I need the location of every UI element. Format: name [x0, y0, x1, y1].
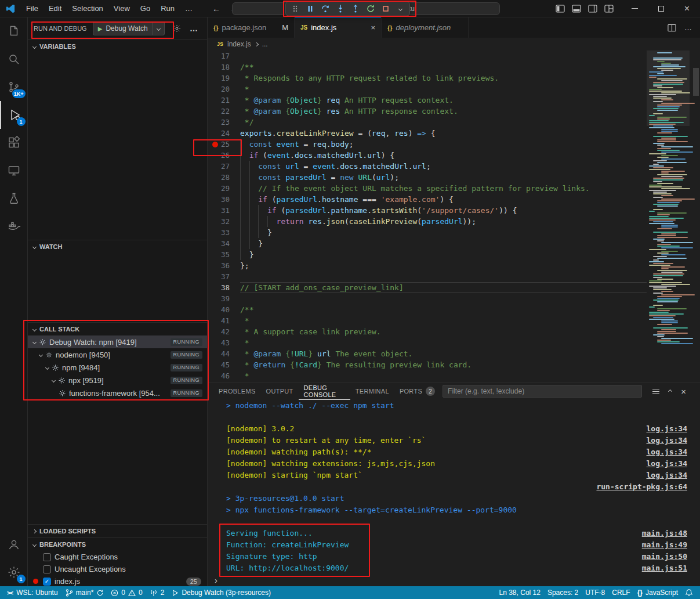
encoding-status[interactable]: UTF-8 — [582, 586, 608, 599]
line-number-gutter[interactable]: 24 — [208, 128, 240, 139]
call-stack-session[interactable]: functions-framework [954...RUNNING — [28, 387, 207, 399]
panel-tab-ports[interactable]: PORTS2 — [394, 383, 440, 400]
code-text[interactable] — [240, 293, 647, 304]
chevron-down-icon[interactable] — [45, 365, 49, 369]
activity-extensions[interactable] — [0, 129, 28, 157]
forwarded-ports-status[interactable]: 2 — [146, 586, 168, 599]
back-arrow-icon[interactable]: ← — [212, 4, 220, 13]
menu-item-view[interactable]: View — [109, 2, 135, 15]
code-text[interactable]: // If the event object URL matches a spe… — [240, 183, 647, 194]
tab-index.js[interactable]: JSindex.js× — [295, 17, 382, 38]
source-link[interactable]: main.js:51 — [642, 562, 687, 573]
checkbox[interactable]: ✓ — [43, 578, 51, 586]
activity-remote-explorer[interactable] — [0, 157, 28, 185]
code-text[interactable]: } — [240, 227, 647, 238]
maximize-button[interactable] — [648, 0, 674, 17]
chevron-down-icon[interactable] — [52, 378, 56, 382]
code-text[interactable]: if (parsedUrl.pathname.startsWith('/supp… — [240, 205, 647, 216]
code-text[interactable]: } — [240, 238, 647, 249]
customize-layout-button[interactable] — [604, 5, 614, 13]
line-number-gutter[interactable]: 38 — [208, 282, 240, 293]
tab-package.json[interactable]: {}package.jsonM — [208, 17, 295, 38]
activity-run-and-debug[interactable]: 1 — [0, 101, 28, 129]
close-button[interactable]: × — [674, 0, 700, 17]
call-stack-session[interactable]: Debug Watch: npm [9419]RUNNING — [28, 335, 207, 348]
line-number-gutter[interactable]: 40 — [208, 304, 240, 315]
line-number-gutter[interactable]: 21 — [208, 95, 240, 106]
breakpoint-item[interactable]: Caught Exceptions — [28, 551, 207, 563]
cursor-position[interactable]: Ln 38, Col 12 — [496, 586, 544, 599]
line-number-gutter[interactable]: 37 — [208, 271, 240, 282]
line-number-gutter[interactable]: 39 — [208, 293, 240, 304]
source-link[interactable]: run-script-pkg.js:64 — [596, 481, 687, 493]
toggle-secondary-sidebar-button[interactable] — [588, 5, 597, 13]
line-number-gutter[interactable]: 31 — [208, 205, 240, 216]
pause-button[interactable] — [303, 2, 317, 15]
menu-item-run[interactable]: Run — [156, 2, 179, 15]
step-over-button[interactable] — [318, 2, 332, 15]
menu-item-file[interactable]: File — [21, 2, 43, 15]
panel-tab-problems[interactable]: PROBLEMS — [213, 383, 261, 400]
close-icon[interactable]: × — [371, 23, 375, 32]
code-text[interactable]: const parsedUrl = new URL(url); — [240, 172, 647, 183]
split-editor-icon[interactable] — [668, 24, 676, 32]
breakpoints-section-header[interactable]: BREAKPOINTS — [28, 538, 207, 551]
breadcrumb-file[interactable]: index.js — [227, 40, 251, 48]
line-number-gutter[interactable]: 35 — [208, 249, 240, 260]
line-number-gutter[interactable]: 46 — [208, 370, 240, 381]
chevron-down-icon[interactable] — [153, 22, 164, 35]
call-stack-session[interactable]: npm [9484]RUNNING — [28, 361, 207, 374]
code-text[interactable]: } — [240, 249, 647, 260]
line-number-gutter[interactable]: 42 — [208, 326, 240, 337]
tab-deployment.json[interactable]: {}deployment.json — [382, 17, 469, 38]
code-text[interactable]: }; — [240, 260, 647, 271]
code-text[interactable]: * A support case link preview. — [240, 326, 647, 337]
source-link[interactable]: log.js:34 — [647, 470, 687, 481]
indentation-status[interactable]: Spaces: 2 — [544, 586, 582, 599]
console-filter-input[interactable] — [443, 385, 642, 398]
code-text[interactable]: * @return {!Card} The resulting preview … — [240, 359, 647, 370]
code-text[interactable]: if (event.docs.matchedUrl.url) { — [240, 150, 647, 161]
code-text[interactable] — [240, 271, 647, 282]
line-number-gutter[interactable]: 23 — [208, 117, 240, 128]
more-actions-icon[interactable]: … — [190, 24, 198, 33]
code-text[interactable]: * @param {Object} res An HTTP response c… — [240, 106, 647, 117]
checkbox[interactable] — [43, 553, 51, 561]
editor-scrollbar[interactable] — [693, 68, 699, 96]
step-into-button[interactable] — [333, 2, 347, 15]
activity-docker[interactable] — [0, 212, 28, 240]
breakpoint-item[interactable]: Uncaught Exceptions — [28, 563, 207, 575]
line-number-gutter[interactable]: 33 — [208, 227, 240, 238]
stop-button[interactable] — [378, 2, 393, 15]
checkbox[interactable] — [43, 565, 51, 573]
chevron-down-icon[interactable] — [32, 340, 37, 344]
code-text[interactable] — [240, 50, 647, 62]
loaded-scripts-section-header[interactable]: LOADED SCRIPTS — [28, 525, 207, 537]
more-actions-icon[interactable]: … — [684, 23, 692, 32]
line-number-gutter[interactable]: 29 — [208, 183, 240, 194]
code-text[interactable]: * — [240, 370, 647, 381]
line-number-gutter[interactable]: 32 — [208, 216, 240, 227]
eol-status[interactable]: CRLF — [608, 586, 633, 599]
line-number-gutter[interactable]: 28 — [208, 172, 240, 183]
activity-explorer[interactable] — [0, 17, 28, 45]
line-number-gutter[interactable]: 25 — [208, 139, 240, 150]
activity-accounts[interactable] — [0, 531, 28, 558]
call-stack-section-header[interactable]: CALL STACK — [28, 323, 207, 335]
panel-tab-output[interactable]: OUTPUT — [261, 383, 299, 400]
code-text[interactable]: if (parsedUrl.hostname === 'example.com'… — [240, 194, 647, 205]
language-mode[interactable]: {} JavaScript — [634, 586, 681, 599]
call-stack-session[interactable]: npx [9519]RUNNING — [28, 374, 207, 387]
code-text[interactable]: * @param {!URL} url The event object. — [240, 348, 647, 359]
debug-session-status[interactable]: Debug Watch (3p-resources) — [168, 586, 274, 599]
line-number-gutter[interactable]: 26 — [208, 150, 240, 161]
problems-status[interactable]: 0 0 — [107, 586, 146, 599]
launch-config-select[interactable]: ▶ Debug Watch — [93, 21, 165, 35]
notifications-bell[interactable] — [681, 586, 697, 599]
source-link[interactable]: main.js:50 — [642, 551, 687, 562]
toggle-sidebar-button[interactable] — [556, 5, 565, 13]
line-number-gutter[interactable]: 44 — [208, 348, 240, 359]
remote-indicator[interactable]: >< WSL: Ubuntu — [3, 586, 61, 599]
gear-icon[interactable] — [172, 24, 182, 33]
line-number-gutter[interactable]: 34 — [208, 238, 240, 249]
